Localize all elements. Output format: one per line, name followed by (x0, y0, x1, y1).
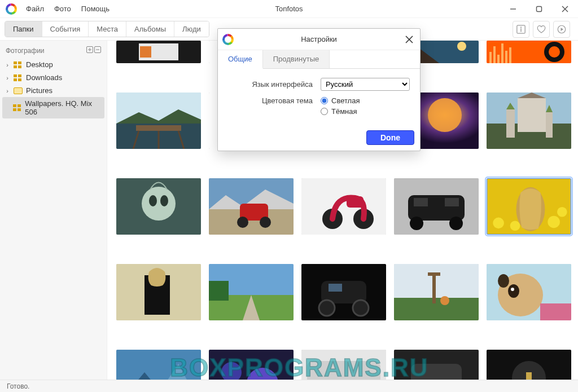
svg-point-52 (149, 195, 157, 206)
chevron-right-icon: › (5, 61, 10, 68)
svg-point-92 (440, 296, 449, 305)
thumbnail[interactable] (209, 178, 294, 235)
svg-rect-6 (520, 28, 521, 32)
tab-events[interactable]: События (42, 21, 89, 37)
thumbnail[interactable] (209, 264, 294, 320)
svg-point-59 (260, 217, 271, 228)
thumbnail[interactable] (394, 350, 479, 380)
grid-folder-icon (13, 104, 21, 111)
svg-rect-67 (445, 198, 459, 206)
svg-rect-25 (497, 55, 500, 63)
svg-rect-44 (518, 98, 546, 132)
tree-item-wallpapers[interactable]: Wallpapers. HQ. Mix 506 (2, 97, 104, 118)
thumbnail[interactable] (487, 264, 571, 320)
menu-photo[interactable]: Фото (50, 2, 76, 15)
tab-people[interactable]: Люди (174, 21, 209, 37)
thumbnail[interactable] (394, 178, 479, 235)
svg-rect-87 (329, 284, 342, 292)
settings-tab-general[interactable]: Общие (218, 50, 263, 69)
menu-file[interactable]: Файл (21, 2, 49, 15)
theme-light-option[interactable]: Светлая (321, 96, 410, 105)
thumbnail[interactable] (116, 264, 201, 320)
lang-select[interactable]: Русский (321, 78, 410, 91)
open-folder-icon (14, 87, 23, 94)
thumbnail[interactable] (487, 350, 571, 380)
sidebar-add-button[interactable] (86, 46, 93, 55)
tab-folders[interactable]: Папки (5, 21, 42, 37)
theme-dark-label: Тёмная (331, 107, 357, 116)
thumbnail[interactable] (209, 350, 294, 380)
dialog-close-button[interactable] (402, 32, 417, 47)
menu-help[interactable]: Помощь (77, 2, 114, 15)
svg-point-97 (498, 274, 509, 288)
window-minimize-button[interactable] (500, 0, 526, 18)
thumbnail[interactable] (487, 41, 571, 63)
window-titlebar: Файл Фото Помощь Tonfotos (0, 0, 578, 18)
svg-point-85 (319, 300, 335, 316)
tab-albums[interactable]: Альбомы (126, 21, 174, 37)
thumbnail[interactable] (487, 93, 571, 149)
thumbnail[interactable] (301, 264, 386, 320)
window-maximize-button[interactable] (526, 0, 552, 18)
svg-point-72 (510, 221, 520, 231)
thumbnail[interactable] (116, 178, 201, 235)
plus-box-icon (86, 46, 93, 53)
tab-places[interactable]: Места (89, 21, 126, 37)
settings-tab-advanced[interactable]: Продвинутые (263, 50, 330, 68)
svg-point-71 (493, 218, 504, 229)
theme-dark-option[interactable]: Тёмная (321, 107, 410, 116)
svg-rect-113 (526, 372, 532, 380)
svg-point-69 (449, 217, 463, 230)
svg-rect-16 (140, 46, 151, 58)
window-close-button[interactable] (552, 0, 578, 18)
thumbnail[interactable] (116, 93, 201, 149)
svg-point-58 (237, 217, 248, 228)
svg-rect-89 (394, 298, 479, 320)
tree-item-downloads[interactable]: › Downloads (2, 71, 104, 84)
theme-dark-radio[interactable] (321, 108, 328, 115)
thumbnail[interactable] (116, 41, 201, 63)
svg-rect-24 (493, 46, 496, 63)
dialog-title: Настройки (301, 35, 337, 43)
tree-item-desktop[interactable]: › Desktop (2, 58, 104, 71)
tree-label: Desktop (26, 60, 53, 69)
tree-label: Pictures (26, 86, 52, 95)
info-button[interactable] (513, 21, 529, 38)
chevron-right-icon: › (5, 87, 10, 94)
sidebar-remove-button[interactable] (94, 46, 101, 55)
svg-rect-108 (411, 364, 462, 380)
tree-item-pictures[interactable]: › Pictures (2, 84, 104, 97)
app-logo-icon (6, 3, 17, 15)
svg-point-41 (428, 98, 462, 132)
svg-point-30 (549, 46, 560, 58)
svg-rect-91 (428, 272, 440, 276)
svg-point-51 (142, 187, 176, 221)
theme-light-radio[interactable] (321, 97, 328, 104)
thumbnail[interactable] (301, 178, 386, 235)
svg-point-53 (160, 195, 168, 206)
svg-rect-46 (506, 109, 515, 138)
thumbnail[interactable] (394, 264, 479, 320)
svg-rect-48 (546, 112, 553, 138)
thumbnail[interactable] (487, 178, 571, 235)
tree-label: Wallpapers. HQ. Mix 506 (25, 99, 101, 116)
svg-rect-28 (509, 47, 511, 63)
svg-point-95 (508, 284, 519, 298)
thumbnail[interactable] (301, 350, 386, 380)
chevron-right-icon: › (5, 74, 10, 81)
svg-rect-27 (505, 51, 507, 63)
svg-rect-90 (432, 272, 436, 303)
svg-rect-26 (501, 43, 503, 63)
tree-label: Downloads (26, 73, 62, 82)
svg-point-21 (457, 42, 466, 51)
theme-label: Цветовая тема (228, 96, 313, 105)
svg-rect-34 (136, 125, 181, 131)
done-button[interactable]: Done (366, 130, 414, 145)
favorite-button[interactable] (533, 21, 550, 38)
heart-icon (536, 24, 546, 34)
svg-rect-82 (209, 281, 229, 301)
status-bar: Готово. (0, 380, 578, 392)
thumbnail[interactable] (116, 350, 201, 380)
svg-point-96 (511, 288, 514, 291)
play-button[interactable] (553, 21, 570, 38)
